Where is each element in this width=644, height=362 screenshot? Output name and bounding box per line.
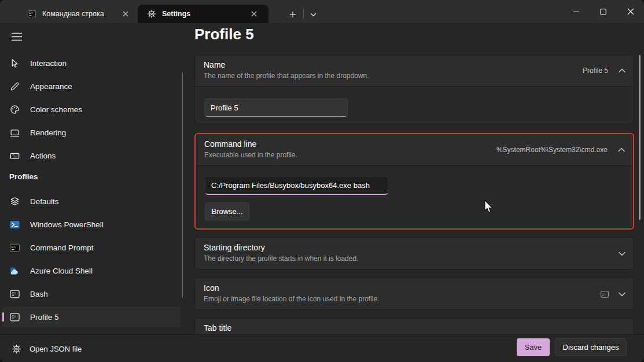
open-json-file-label: Open JSON file <box>30 345 82 353</box>
sidebar-item-profile-5[interactable]: C:\ Profile 5 <box>2 306 181 327</box>
appearance-icon <box>9 81 20 92</box>
sidebar-item-label: Appearance <box>30 82 72 91</box>
command-prompt-icon: C:\ <box>9 242 20 253</box>
open-json-file-button[interactable]: Open JSON file <box>6 339 87 359</box>
setting-description: Executable used in the profile. <box>204 151 297 159</box>
chevron-down-icon <box>310 12 317 18</box>
new-tab-button[interactable] <box>285 7 301 22</box>
tab-label: Settings <box>162 10 190 18</box>
powershell-icon <box>9 219 20 230</box>
minimize-button[interactable] <box>562 0 590 23</box>
page-title: Profile 5 <box>194 25 254 43</box>
chevron-down-icon[interactable] <box>618 291 626 298</box>
maximize-icon <box>600 9 606 15</box>
sidebar-item-windows-powershell[interactable]: Windows PowerShell <box>2 214 181 235</box>
command-line-expander-body: Browse... <box>196 165 633 228</box>
svg-text:C:\: C:\ <box>29 12 33 14</box>
sidebar-item-label: Command Prompt <box>30 243 94 252</box>
sidebar-scrollbar[interactable] <box>182 72 183 298</box>
setting-title: Name <box>204 60 225 69</box>
sidebar-item-label: Bash <box>30 290 48 298</box>
sidebar-item-label: Azure Cloud Shell <box>30 267 93 275</box>
close-icon <box>627 8 634 15</box>
tab-settings[interactable]: Settings <box>138 5 268 23</box>
name-section: Name The name of the profile that appear… <box>194 55 634 124</box>
maximize-button[interactable] <box>590 0 617 23</box>
tab-title-section: Tab title <box>194 318 634 334</box>
navigation-menu-button[interactable] <box>6 28 28 45</box>
bash-icon: C:\ <box>9 312 20 323</box>
sidebar-item-actions[interactable]: Actions <box>2 145 181 166</box>
setting-description: The directory the profile starts in when… <box>204 254 358 263</box>
sidebar-item-defaults[interactable]: Defaults <box>2 191 181 212</box>
defaults-icon <box>9 196 20 207</box>
svg-text:C:\: C:\ <box>12 315 16 318</box>
sidebar-item-command-prompt[interactable]: C:\ Command Prompt <box>2 237 181 258</box>
setting-description: The name of the profile that appears in … <box>204 72 369 80</box>
icon-expander-header[interactable]: Icon Emoji or image file location of the… <box>195 278 634 311</box>
setting-title: Starting directory <box>204 243 265 252</box>
actions-icon <box>9 150 20 161</box>
sidebar-item-bash[interactable]: C:\ Bash <box>2 283 181 304</box>
discard-changes-button[interactable]: Discard changes <box>555 338 627 356</box>
command-line-input[interactable] <box>205 176 388 195</box>
titlebar: C:\ Командная строка Settings <box>0 0 644 23</box>
sidebar-item-label: Interaction <box>30 59 67 68</box>
setting-preview-value: Profile 5 <box>583 67 608 75</box>
titlebar-divider <box>303 8 304 19</box>
close-window-button[interactable] <box>617 0 644 23</box>
save-button[interactable]: Save <box>517 338 550 356</box>
close-tab-icon[interactable] <box>119 8 132 20</box>
profile-icon-preview: C:\ <box>600 290 609 299</box>
setting-title: Icon <box>204 283 219 293</box>
sidebar-item-rendering[interactable]: Rendering <box>2 122 181 143</box>
gear-icon <box>12 344 21 354</box>
chevron-up-icon[interactable] <box>618 67 626 74</box>
content-scrollbar[interactable] <box>639 55 641 220</box>
bash-icon: C:\ <box>9 289 20 300</box>
svg-text:C:\: C:\ <box>12 291 16 295</box>
sidebar-item-appearance[interactable]: Appearance <box>2 76 181 97</box>
name-expander-header[interactable]: Name The name of the profile that appear… <box>195 56 634 86</box>
icon-section: Icon Emoji or image file location of the… <box>194 278 634 310</box>
selected-indicator <box>2 312 4 322</box>
tab-command-prompt-terminal[interactable]: C:\ Командная строка <box>19 5 137 23</box>
command-line-section: Command line Executable used in the prof… <box>194 133 634 230</box>
command-line-expander-header[interactable]: Command line Executable used in the prof… <box>196 134 633 165</box>
sidebar-item-label: Windows PowerShell <box>30 220 104 229</box>
setting-description: Emoji or image file location of the icon… <box>204 295 380 303</box>
interaction-icon <box>9 58 20 69</box>
tab-label: Командная строка <box>42 10 104 18</box>
color-schemes-icon <box>9 104 20 115</box>
tab-dropdown-button[interactable] <box>306 7 321 22</box>
chevron-down-icon[interactable] <box>618 250 626 257</box>
hamburger-icon <box>11 32 23 42</box>
sidebar-item-label: Defaults <box>30 197 59 206</box>
tab-title-expander-header[interactable]: Tab title <box>195 319 634 334</box>
gear-icon <box>147 9 156 19</box>
svg-text:C:\: C:\ <box>602 293 606 295</box>
starting-directory-expander-header[interactable]: Starting directory The directory the pro… <box>195 238 634 270</box>
starting-directory-section: Starting directory The directory the pro… <box>194 237 634 269</box>
profile-name-input[interactable] <box>204 98 348 117</box>
plus-icon <box>289 11 296 18</box>
setting-title: Tab title <box>204 323 231 333</box>
sidebar-item-color-schemes[interactable]: Color schemes <box>2 99 181 120</box>
close-tab-icon[interactable] <box>248 8 260 20</box>
azure-cloud-icon <box>9 265 20 276</box>
browse-button[interactable]: Browse... <box>205 202 249 220</box>
chevron-up-icon[interactable] <box>617 146 625 153</box>
sidebar-item-azure-cloud-shell[interactable]: Azure Cloud Shell <box>2 260 181 281</box>
minimize-icon <box>573 9 579 15</box>
sidebar-item-label: Profile 5 <box>30 313 59 322</box>
name-expander-body <box>195 86 634 124</box>
windows-terminal-settings-window: C:\ Командная строка Settings <box>0 0 644 362</box>
sidebar-item-label: Rendering <box>30 128 66 137</box>
sidebar-item-label: Actions <box>30 152 56 160</box>
setting-preview-value: %SystemRoot%\System32\cmd.exe <box>496 146 608 154</box>
sidebar-item-interaction[interactable]: Interaction <box>2 53 181 73</box>
rendering-icon <box>9 127 20 138</box>
profiles-section-header: Profiles <box>9 172 38 181</box>
sidebar-item-label: Color schemes <box>30 105 82 114</box>
footer-bar: Open JSON file Save Discard changes <box>0 334 644 362</box>
